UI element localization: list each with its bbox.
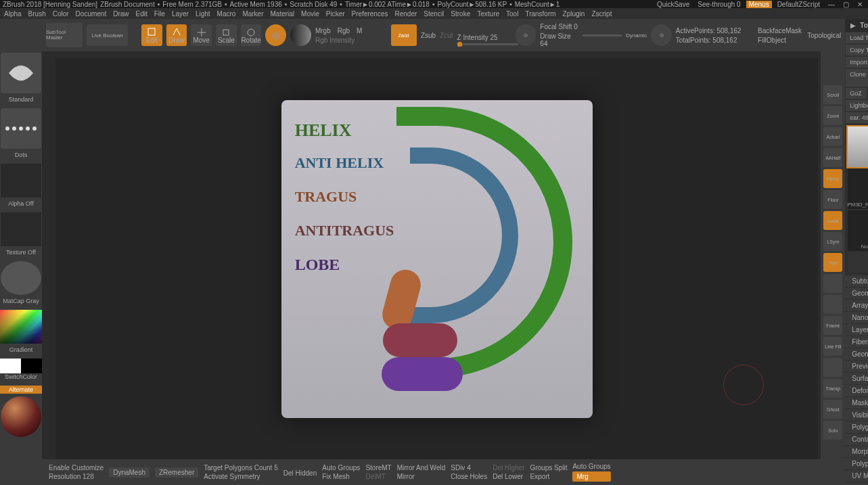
alternate-button[interactable]: Alternate (0, 386, 42, 394)
subpalette-morph-target[interactable]: Morph Target (845, 446, 868, 458)
subpalette-layers[interactable]: Layers (845, 324, 868, 336)
window-min-icon[interactable]: — (825, 1, 838, 8)
brush-icon[interactable] (265, 24, 286, 46)
menu-item[interactable]: Color (53, 10, 69, 18)
window-max-icon[interactable]: ▢ (840, 1, 852, 8)
subpalette-uv-map[interactable]: UV Map (845, 470, 868, 482)
tool-btn[interactable]: Copy Tool (845, 44, 868, 56)
menu-item[interactable]: Zscript (591, 10, 612, 18)
alpha-thumbnail[interactable] (1, 164, 41, 198)
live-boolean-button[interactable]: Live Boolean (87, 24, 128, 46)
subpalette-arraymesh[interactable]: ArrayMesh (845, 300, 868, 312)
tool-btn[interactable]: ear. 48 (845, 112, 868, 124)
subpalette-deformation[interactable]: Deformation (845, 385, 868, 397)
color-picker[interactable] (0, 310, 42, 344)
shelf-local[interactable]: Local (823, 211, 842, 230)
color-swatches[interactable] (0, 359, 42, 373)
texture-thumbnail[interactable] (1, 212, 41, 246)
shelf-aahalf[interactable]: AAHalf (823, 148, 842, 167)
tool-thumb[interactable]: §SimpleBrush (848, 252, 868, 273)
seethrough-slider[interactable]: See-through 0 (695, 1, 743, 8)
window-close-icon[interactable]: ✕ (854, 1, 865, 8)
shelf-transp[interactable]: Transp (823, 379, 842, 398)
tool-thumb[interactable]: Notes (848, 210, 868, 251)
edit-button[interactable]: Edit (141, 24, 162, 46)
current-material[interactable] (1, 396, 41, 437)
subpalette-geometry-hd[interactable]: Geometry HD (845, 348, 868, 361)
menu-item[interactable]: Document (76, 10, 107, 18)
subpalette-surface[interactable]: Surface (845, 373, 868, 385)
tool-thumb[interactable]: PM3D_Plane3D1 (848, 168, 868, 209)
z-intensity-slider[interactable] (457, 43, 518, 45)
brush-thumbnail[interactable] (1, 53, 41, 93)
shelf-scroll[interactable]: Scroll (823, 85, 842, 104)
tool-btn[interactable]: Import (845, 56, 868, 68)
scale-button[interactable]: Scale (216, 24, 237, 46)
move-button[interactable]: Move (191, 24, 212, 46)
shelf-line fill[interactable]: Line Fill (823, 337, 842, 356)
draw-button[interactable]: Draw (166, 24, 187, 46)
shelf-btn[interactable] (823, 358, 842, 377)
subpalette-masking[interactable]: Masking (845, 397, 868, 409)
menu-item[interactable]: Zplugin (563, 10, 585, 18)
shelf-actual[interactable]: Actual (823, 127, 842, 146)
subpalette-fibermesh[interactable]: FiberMesh (845, 336, 868, 348)
menu-item[interactable]: Light (196, 10, 210, 18)
zremesher-button[interactable]: ZRemesher (155, 467, 198, 478)
dynamesh-button[interactable]: DynaMesh (109, 467, 150, 478)
shelf-btn[interactable] (823, 295, 842, 314)
menu-item[interactable]: Movie (301, 10, 319, 18)
shelf-solo[interactable]: Solo (823, 421, 842, 440)
shelf-btn[interactable] (823, 274, 842, 293)
menus-toggle[interactable]: Menus (746, 1, 772, 8)
tool-btn[interactable]: Load Tool (845, 32, 868, 44)
menu-item[interactable]: Picker (326, 10, 345, 18)
viewport[interactable]: HELIX ANTI HELIX TRAGUS ANTITRAGUS LOBE (55, 58, 818, 459)
menu-item[interactable]: Preferences (352, 10, 388, 18)
menu-item[interactable]: Tool (506, 10, 518, 18)
menu-item[interactable]: Render (395, 10, 417, 18)
menu-item[interactable]: File (154, 10, 165, 18)
default-zscript[interactable]: DefaultZScript (775, 1, 823, 8)
menu-item[interactable]: Layer (172, 10, 189, 18)
rotate-button[interactable]: Rotate (241, 24, 262, 46)
shelf-frame[interactable]: Frame (823, 316, 842, 335)
shelf-persp[interactable]: Persp (823, 169, 842, 188)
subpalette-contact[interactable]: Contact (845, 434, 868, 446)
stroke-thumbnail[interactable] (1, 108, 41, 149)
menu-item[interactable]: Brush (28, 10, 46, 18)
menu-item[interactable]: Transform (525, 10, 555, 18)
menu-item[interactable]: Stroke (451, 10, 470, 18)
tool-btn[interactable]: GoZ (845, 87, 867, 99)
subpalette-visibility[interactable]: Visibility (845, 409, 868, 421)
subpalette-nanomesh[interactable]: NanoMesh (845, 312, 868, 324)
menu-item[interactable]: Edit (136, 10, 147, 18)
menu-item[interactable]: Stencil (424, 10, 444, 18)
subpalette-geometry[interactable]: Geometry (845, 287, 868, 300)
zadd-button[interactable]: Zadd (391, 24, 417, 46)
dynamic-icon[interactable]: ◎ (651, 24, 672, 46)
tool-row[interactable]: Lightbox►Tools (845, 99, 868, 112)
tool-btn[interactable]: Clone (845, 68, 868, 87)
shelf-floor[interactable]: Floor (823, 190, 842, 209)
shelf-zoom[interactable]: Zoom (823, 106, 842, 125)
menu-item[interactable]: Marker (242, 10, 263, 18)
gradient-icon[interactable] (290, 24, 311, 46)
menu-item[interactable]: Macro (217, 10, 236, 18)
shelf-xyz[interactable]: Xyz (823, 253, 842, 272)
subpalette-polygroups[interactable]: Polygroups (845, 421, 868, 434)
menu-item[interactable]: Material (271, 10, 295, 18)
menu-item[interactable]: Texture (477, 10, 499, 18)
panel-pin-icon[interactable]: ▶ (850, 22, 856, 29)
tool-thumb[interactable]: ear (848, 126, 868, 167)
shelf-lsym[interactable]: LSym (823, 232, 842, 251)
subtool-master-button[interactable]: SubTool Master (46, 23, 83, 47)
menu-item[interactable]: Alpha (4, 10, 22, 18)
subpalette-preview[interactable]: Preview (845, 361, 868, 373)
material-thumbnail[interactable] (1, 261, 41, 295)
quicksave-button[interactable]: QuickSave (654, 1, 692, 8)
shelf-ghost[interactable]: Ghost (823, 400, 842, 419)
subpalette-polypaint[interactable]: Polypaint (845, 458, 868, 470)
subpalette-texture-map[interactable]: Texture Map (845, 482, 868, 485)
subpalette-subtool[interactable]: Subtool (845, 275, 868, 287)
